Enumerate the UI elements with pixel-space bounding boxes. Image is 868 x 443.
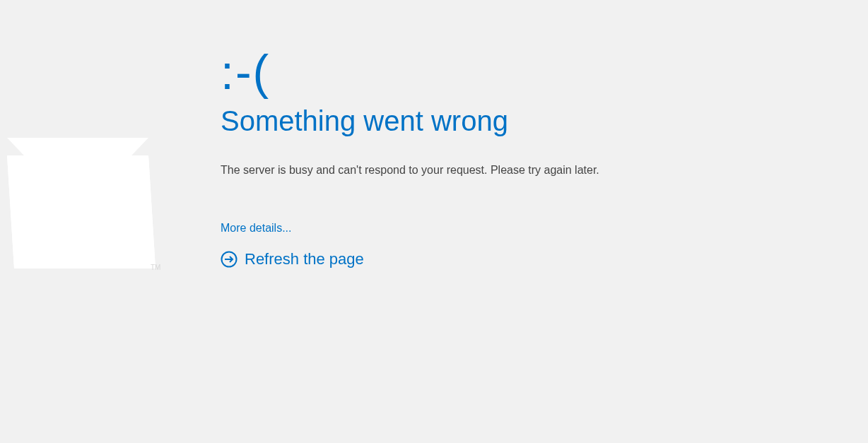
more-details-link[interactable]: More details... (221, 222, 291, 235)
refresh-page-link[interactable]: Refresh the page (221, 250, 772, 268)
error-heading: Something went wrong (221, 105, 772, 137)
error-message: The server is busy and can't respond to … (221, 164, 772, 177)
refresh-arrow-icon (221, 251, 237, 268)
owa-logo-icon (0, 92, 170, 290)
error-content: :-( Something went wrong The server is b… (221, 53, 772, 268)
trademark-symbol: TM (151, 264, 160, 271)
refresh-page-label: Refresh the page (245, 250, 364, 268)
sad-face-emoticon: :-( (221, 53, 772, 91)
